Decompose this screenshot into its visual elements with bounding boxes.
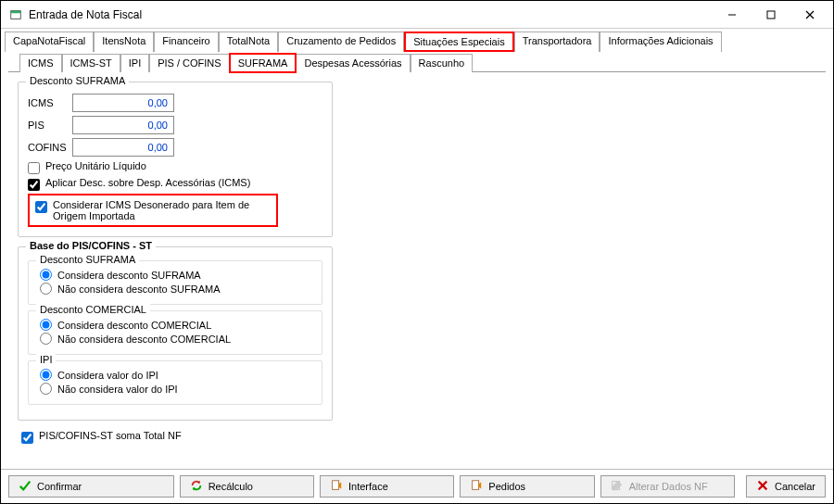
- label-aplicar-desc: Aplicar Desc. sobre Desp. Acessórias (IC…: [45, 177, 250, 188]
- subtab-ipi[interactable]: IPI: [120, 54, 149, 72]
- subgroup-desc-suframa: Desconto SUFRAMA Considera desconto SUFR…: [28, 260, 322, 305]
- radio-nao-considera-comercial[interactable]: [40, 333, 52, 345]
- alterar-label: Alterar Dados NF: [629, 481, 708, 492]
- radio-considera-comercial[interactable]: [40, 319, 52, 331]
- label-preco-unitario: Preço Unitário Líquido: [45, 160, 146, 171]
- checkbox-aplicar-desc[interactable]: [28, 179, 40, 191]
- titlebar: Entrada de Nota Fiscal: [1, 1, 833, 29]
- content-area: Desconto SUFRAMA ICMS PIS COFINS Preço U…: [1, 72, 833, 469]
- label-considera-comercial: Considera desconto COMERCIAL: [57, 320, 211, 331]
- group-base-title: Base do PIS/COFINS - ST: [26, 240, 156, 251]
- group-title: Desconto SUFRAMA: [26, 75, 129, 86]
- main-tabs: CapaNotaFiscal ItensNota Financeiro Tota…: [1, 29, 833, 51]
- svg-rect-3: [767, 11, 775, 19]
- app-icon: [8, 7, 23, 22]
- subtab-suframa[interactable]: SUFRAMA: [230, 54, 297, 72]
- subtitle-ipi: IPI: [36, 354, 56, 365]
- label-soma-total-nf: PIS/COFINS-ST soma Total NF: [39, 430, 182, 441]
- label-cofins: COFINS: [28, 142, 72, 153]
- window-controls: [713, 2, 829, 28]
- window-title: Entrada de Nota Fiscal: [29, 8, 713, 21]
- cancelar-button[interactable]: Cancelar: [746, 475, 826, 498]
- tab-cruzamento[interactable]: Cruzamento de Pedidos: [278, 32, 404, 52]
- tab-info-adicionais[interactable]: Informações Adicionais: [600, 32, 721, 52]
- tab-financeiro[interactable]: Financeiro: [154, 32, 218, 52]
- radio-considera-ipi[interactable]: [40, 369, 52, 381]
- svg-rect-9: [473, 481, 479, 490]
- close-icon: [756, 479, 769, 494]
- subgroup-ipi: IPI Considera valor do IPI Não considera…: [28, 360, 322, 405]
- check-icon: [19, 479, 32, 494]
- label-pis: PIS: [28, 120, 72, 131]
- checkbox-icms-desonerado[interactable]: [35, 201, 47, 213]
- alterar-dados-button: Alterar Dados NF: [600, 475, 735, 498]
- group-desconto-suframa: Desconto SUFRAMA ICMS PIS COFINS Preço U…: [18, 82, 333, 237]
- label-considera-ipi: Considera valor do IPI: [57, 370, 158, 381]
- tab-transportadora[interactable]: Transportadora: [514, 32, 600, 52]
- pedidos-button[interactable]: Pedidos: [460, 475, 594, 498]
- subtab-rascunho[interactable]: Rascunho: [411, 54, 474, 72]
- button-bar: Confirmar Recálculo Interface Pedidos Al…: [1, 469, 833, 503]
- tab-totalnota[interactable]: TotalNota: [219, 32, 278, 52]
- label-icms-desonerado: Considerar ICMS Desonerado para Item de …: [53, 199, 271, 221]
- input-pis[interactable]: [72, 116, 174, 134]
- subgroup-desc-comercial: Desconto COMERCIAL Considera desconto CO…: [28, 310, 322, 355]
- subtitle-desc-comercial: Desconto COMERCIAL: [36, 304, 150, 315]
- subtab-icms-st[interactable]: ICMS-ST: [62, 54, 120, 72]
- group-base-piscofins: Base do PIS/COFINS - ST Desconto SUFRAMA…: [18, 246, 333, 421]
- interface-label: Interface: [348, 481, 388, 492]
- label-nao-considera-comercial: Não considera desconto COMERCIAL: [57, 334, 231, 345]
- label-nao-considera-suframa: Não considera desconto SUFRAMA: [57, 284, 220, 295]
- confirmar-label: Confirmar: [37, 481, 82, 492]
- cancelar-label: Cancelar: [775, 481, 815, 492]
- svg-rect-1: [11, 10, 21, 13]
- pedidos-label: Pedidos: [488, 481, 525, 492]
- input-cofins[interactable]: [72, 138, 174, 157]
- recalculo-label: Recálculo: [208, 481, 253, 492]
- checkbox-preco-unitario[interactable]: [28, 162, 40, 174]
- radio-nao-considera-suframa[interactable]: [40, 283, 52, 295]
- recalculo-button[interactable]: Recálculo: [180, 475, 314, 498]
- radio-nao-considera-ipi[interactable]: [40, 383, 52, 395]
- subtab-pis-cofins[interactable]: PIS / COFINS: [149, 54, 229, 72]
- tab-situacoes-especiais[interactable]: Situações Especiais: [404, 32, 513, 52]
- label-nao-considera-ipi: Não considera valor do IPI: [57, 384, 178, 395]
- input-icms[interactable]: [72, 94, 174, 112]
- minimize-button[interactable]: [713, 2, 752, 28]
- checkbox-soma-total-nf[interactable]: [21, 432, 33, 444]
- svg-rect-8: [333, 481, 339, 490]
- label-icms: ICMS: [28, 97, 72, 108]
- subtab-despesas[interactable]: Despesas Acessórias: [296, 54, 410, 72]
- confirmar-button[interactable]: Confirmar: [8, 475, 174, 498]
- radio-considera-suframa[interactable]: [40, 269, 52, 281]
- subtab-icms[interactable]: ICMS: [19, 54, 62, 72]
- subtitle-desc-suframa: Desconto SUFRAMA: [36, 254, 139, 265]
- close-button[interactable]: [790, 2, 829, 28]
- tab-capanotafiscal[interactable]: CapaNotaFiscal: [5, 32, 94, 52]
- sub-tabs: ICMS ICMS-ST IPI PIS / COFINS SUFRAMA De…: [8, 51, 826, 72]
- edit-icon: [611, 479, 624, 494]
- tab-itensnota[interactable]: ItensNota: [94, 32, 154, 52]
- maximize-button[interactable]: [752, 2, 790, 28]
- document-icon: [470, 479, 483, 494]
- document-icon: [330, 479, 343, 494]
- refresh-icon: [190, 479, 203, 494]
- label-considera-suframa: Considera desconto SUFRAMA: [57, 270, 201, 281]
- interface-button[interactable]: Interface: [320, 475, 454, 498]
- highlight-icms-desonerado: Considerar ICMS Desonerado para Item de …: [28, 194, 278, 227]
